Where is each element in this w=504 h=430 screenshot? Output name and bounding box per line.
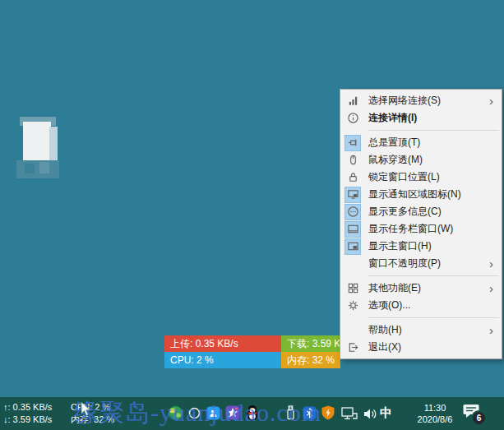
earth-tray-icon[interactable] [168, 405, 183, 424]
clock-time: 11:30 [411, 402, 459, 414]
taskbar-window-icon [344, 221, 361, 238]
widget-cpu: CPU: 2 % [164, 352, 281, 368]
bluetooth-tray-icon[interactable] [303, 406, 317, 423]
submenu-arrow-icon: › [489, 324, 493, 336]
mosaic-block [39, 162, 49, 173]
menu-item-show-taskbar-window[interactable]: 显示任务栏窗口(W) [340, 220, 502, 238]
mosaic-block [49, 127, 58, 161]
mosaic-block [25, 164, 35, 173]
taskbar-memory: 内存: 32 % [71, 414, 114, 426]
menu-item-window-opacity[interactable]: 窗口不透明度(P) › [340, 255, 502, 272]
clock-date: 2020/8/6 [411, 414, 459, 425]
submenu-arrow-icon: › [489, 95, 493, 107]
widget-upload: 上传: 0.35 KB/s [164, 335, 281, 352]
menu-item-show-main-window[interactable]: 显示主窗口(H) [340, 238, 502, 255]
lock-icon [344, 169, 361, 186]
menu-item-other-functions[interactable]: 其他功能(E) › [340, 280, 502, 297]
menu-item-connection-details[interactable]: 连接详情(I) [340, 109, 502, 127]
info-circle-icon [344, 110, 361, 127]
main-window-icon [344, 238, 361, 255]
taskbar-download: ↓: 3.59 KB/s [3, 414, 52, 426]
submenu-arrow-icon: › [489, 282, 493, 294]
gear-icon [344, 298, 361, 314]
pin-icon [344, 135, 361, 151]
notification-area-icon [344, 187, 361, 203]
menu-item-show-more-info[interactable]: 显示更多信息(C) [340, 203, 502, 220]
menu-item-show-notification-area-icon[interactable]: 显示通知区域图标(N) [340, 186, 502, 203]
widget-download: 下载: 3.59 KB/s [281, 335, 340, 352]
menu-separator [368, 275, 499, 276]
taskbar-sys-stats[interactable]: CPU: 2 % 内存: 32 % [71, 401, 114, 426]
context-menu: 选择网络连接(S) › 连接详情(I) 总是置顶(T) 鼠标穿透(M) 锁定窗口… [340, 89, 502, 359]
taskbar-net-stats[interactable]: ↑: 0.35 KB/s ↓: 3.59 KB/s [3, 401, 52, 426]
menu-item-mouse-through[interactable]: 鼠标穿透(M) [340, 151, 502, 169]
mosaic-block [16, 160, 59, 178]
menu-item-options[interactable]: 选项(O)... [340, 297, 502, 314]
menu-separator [368, 317, 499, 318]
menu-item-always-on-top[interactable]: 总是置顶(T) [340, 134, 502, 151]
taskbar-upload: ↑: 0.35 KB/s [3, 401, 52, 414]
ime-indicator[interactable]: 中 [380, 405, 392, 421]
notification-count-badge: 6 [471, 410, 487, 426]
taskbar-clock[interactable]: 11:30 2020/8/6 [411, 402, 459, 425]
usb-tray-icon[interactable] [284, 405, 297, 424]
menu-item-select-network[interactable]: 选择网络连接(S) › [340, 92, 502, 109]
menu-item-lock-window-position[interactable]: 锁定窗口位置(L) [340, 169, 502, 186]
submenu-arrow-icon: › [489, 257, 493, 270]
menu-item-help[interactable]: 帮助(H) › [340, 321, 502, 339]
menu-item-exit[interactable]: 退出(X) [340, 339, 502, 356]
widget-memory: 内存: 32 % [281, 352, 340, 368]
mosaic-block [23, 122, 51, 161]
no-icon [344, 256, 361, 272]
messenger-tray-icon[interactable] [206, 406, 220, 423]
grid-icon [344, 280, 361, 297]
exit-icon [344, 340, 361, 356]
no-icon [344, 322, 361, 339]
volume-tray-icon[interactable] [363, 407, 377, 424]
menu-separator [368, 130, 499, 131]
taskbar-cpu: CPU: 2 % [71, 401, 114, 414]
star-app-tray-icon[interactable] [225, 405, 240, 423]
ring-tray-icon[interactable] [188, 407, 201, 423]
network-tray-icon[interactable] [341, 407, 358, 424]
mouse-icon [344, 152, 361, 169]
ellipsis-circle-icon [344, 204, 361, 220]
traffic-monitor-widget[interactable]: 上传: 0.35 KB/s 下载: 3.59 KB/s CPU: 2 % 内存:… [164, 335, 340, 368]
qq-tray-icon[interactable] [245, 405, 260, 424]
action-center-button[interactable]: 6 [463, 404, 486, 425]
censored-desktop-icon [15, 116, 61, 180]
signal-bars-icon [344, 93, 361, 109]
security-shield-tray-icon[interactable] [321, 405, 335, 424]
taskbar: ↑: 0.35 KB/s ↓: 3.59 KB/s CPU: 2 % 内存: 3… [0, 397, 504, 430]
